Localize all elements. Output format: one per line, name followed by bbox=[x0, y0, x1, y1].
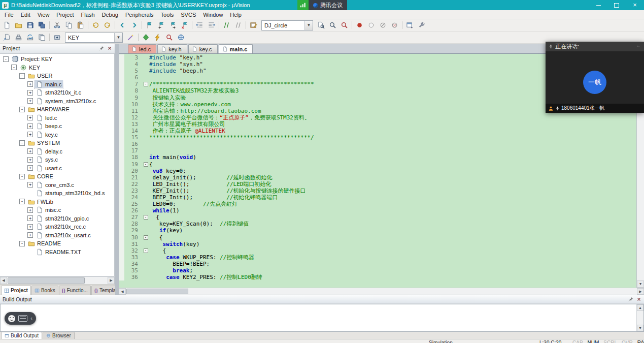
fold-collapse-icon[interactable]: - bbox=[144, 215, 148, 220]
tree-item-delay.c[interactable]: +delay.c bbox=[0, 147, 114, 156]
panel-tab-functio[interactable]: {}Functio... bbox=[59, 286, 91, 295]
menu-edit[interactable]: Edit bbox=[17, 11, 34, 18]
close-button[interactable]: × bbox=[626, 0, 644, 10]
undo-button[interactable] bbox=[90, 20, 101, 30]
screen-share-indicator[interactable]: 腾讯会议 bbox=[297, 0, 347, 10]
comment-selection-button[interactable] bbox=[221, 20, 232, 30]
collapse-icon[interactable]: - bbox=[19, 140, 25, 146]
scroll-left-icon[interactable]: ◀ bbox=[119, 288, 126, 295]
system-viewer-button[interactable] bbox=[175, 33, 187, 43]
pin-button[interactable] bbox=[98, 45, 105, 52]
menu-svcs[interactable]: SVCS bbox=[177, 11, 199, 18]
expand-icon[interactable]: + bbox=[27, 90, 33, 96]
keyboard-icon[interactable] bbox=[18, 315, 27, 322]
paste-button[interactable] bbox=[75, 20, 86, 30]
tree-item-main.c[interactable]: +main.c bbox=[0, 80, 114, 89]
translate-file-button[interactable] bbox=[1, 33, 13, 43]
bookmark-next-button[interactable] bbox=[167, 20, 179, 30]
expand-icon[interactable]: + bbox=[27, 215, 33, 221]
configure-wrench-button[interactable] bbox=[416, 20, 427, 30]
nav-back-button[interactable] bbox=[117, 20, 128, 30]
fold-collapse-icon[interactable]: - bbox=[144, 235, 148, 240]
expand-icon[interactable]: + bbox=[27, 207, 33, 213]
tree-item-readme.txt[interactable]: README.TXT bbox=[0, 248, 114, 257]
breakpoint-insert-button[interactable] bbox=[354, 20, 365, 30]
tree-item-readme[interactable]: -README bbox=[0, 239, 114, 248]
tree-item-key.c[interactable]: +key.c bbox=[0, 131, 114, 139]
menu-view[interactable]: View bbox=[34, 11, 53, 18]
collapse-icon[interactable]: - bbox=[19, 107, 25, 112]
expand-icon[interactable]: + bbox=[27, 232, 33, 238]
expand-icon[interactable]: + bbox=[27, 165, 33, 171]
scroll-right-icon[interactable]: ▶ bbox=[637, 288, 644, 295]
chevron-down-icon[interactable]: ▼ bbox=[304, 21, 313, 30]
editor-tab-key-c[interactable]: key.c bbox=[188, 44, 218, 53]
fold-collapse-icon[interactable]: - bbox=[144, 82, 148, 86]
select-target-combobox[interactable]: KEY ▼ bbox=[65, 33, 123, 43]
debug-windows-button[interactable] bbox=[404, 20, 416, 30]
save-all-button[interactable] bbox=[36, 20, 48, 30]
panel-splitter[interactable] bbox=[115, 44, 119, 295]
breakpoint-kill-all-button[interactable] bbox=[389, 20, 400, 30]
tree-item-core-cm3.c[interactable]: +core_cm3.c bbox=[0, 181, 114, 190]
download-to-flash-button[interactable] bbox=[51, 33, 63, 43]
menu-debug[interactable]: Debug bbox=[98, 11, 122, 18]
find-in-files-button[interactable] bbox=[248, 20, 259, 30]
scroll-right-icon[interactable]: ▶ bbox=[108, 277, 115, 284]
find-text-combobox[interactable]: DJ_circle ▼ bbox=[261, 20, 313, 30]
tree-item-key[interactable]: -KEY bbox=[0, 64, 114, 72]
expand-icon[interactable]: + bbox=[27, 224, 33, 230]
save-button[interactable] bbox=[24, 20, 36, 30]
expand-icon[interactable]: + bbox=[27, 148, 33, 154]
new-doc-button[interactable] bbox=[1, 20, 13, 30]
bookmark-clear-all-button[interactable] bbox=[179, 20, 190, 30]
floating-toolbar[interactable]: ‹ bbox=[5, 312, 36, 325]
tree-item-system-stm32f10x.c[interactable]: +system_stm32f10x.c bbox=[0, 97, 114, 106]
open-folder-button[interactable] bbox=[13, 20, 24, 30]
batch-build-button[interactable] bbox=[36, 33, 48, 43]
meeting-overlay[interactable]: 正在讲话: 一帆 1806014401张一帆 bbox=[546, 42, 644, 113]
incremental-search-button[interactable] bbox=[338, 20, 350, 30]
collapse-icon[interactable]: - bbox=[19, 174, 25, 179]
debug-session-button[interactable] bbox=[163, 33, 175, 43]
menu-flash[interactable]: Flash bbox=[78, 11, 98, 18]
editor-tab-main-c[interactable]: main.c bbox=[219, 44, 253, 53]
expand-icon[interactable]: + bbox=[27, 98, 33, 104]
breakpoint-disable-all-button[interactable] bbox=[377, 20, 389, 30]
copy-button[interactable] bbox=[63, 20, 75, 30]
project-hscrollbar[interactable]: ◀ ▶ bbox=[0, 276, 115, 284]
collapse-icon[interactable]: - bbox=[19, 199, 25, 204]
menu-project[interactable]: Project bbox=[53, 11, 77, 18]
tree-item-misc.c[interactable]: +misc.c bbox=[0, 206, 114, 214]
close-panel-button[interactable] bbox=[635, 296, 642, 303]
menu-window[interactable]: Window bbox=[199, 11, 226, 18]
cut-button[interactable] bbox=[51, 20, 63, 30]
build-output-vscrollbar[interactable]: ▲ ▼ bbox=[636, 304, 643, 331]
panel-tab-project[interactable]: Project bbox=[1, 286, 31, 295]
bookmark-prev-button[interactable] bbox=[155, 20, 167, 30]
collapse-icon[interactable]: - bbox=[19, 241, 25, 246]
editor-tab-led-c[interactable]: led.c bbox=[128, 44, 156, 53]
uncomment-selection-button[interactable] bbox=[232, 20, 244, 30]
build-output-content[interactable]: ‹ ▲ ▼ bbox=[0, 304, 644, 332]
bookmark-toggle-button[interactable] bbox=[144, 20, 155, 30]
fold-collapse-icon[interactable]: - bbox=[144, 248, 148, 253]
tree-item-usart.c[interactable]: +usart.c bbox=[0, 164, 114, 173]
tree-item-led.c[interactable]: +led.c bbox=[0, 114, 114, 122]
tree-item-project-key[interactable]: -Project: KEY bbox=[0, 55, 114, 64]
scrollbar-thumb[interactable] bbox=[8, 277, 85, 284]
scroll-down-icon[interactable]: ▼ bbox=[637, 280, 644, 288]
output-tab-build-output[interactable]: Build Output bbox=[1, 332, 42, 339]
minimize-button[interactable] bbox=[589, 0, 607, 10]
grep-button[interactable] bbox=[327, 20, 338, 30]
panel-tab-books[interactable]: Books bbox=[31, 286, 58, 295]
close-panel-button[interactable] bbox=[106, 45, 113, 52]
expand-icon[interactable]: + bbox=[27, 115, 33, 120]
nav-forward-button[interactable] bbox=[128, 20, 140, 30]
rebuild-all-button[interactable] bbox=[24, 33, 36, 43]
menu-file[interactable]: File bbox=[1, 11, 17, 18]
search-document-button[interactable] bbox=[315, 20, 327, 30]
emoji-icon[interactable] bbox=[8, 315, 15, 322]
tree-item-fwlib[interactable]: -FWLib bbox=[0, 198, 114, 206]
tree-item-core[interactable]: -CORE bbox=[0, 172, 114, 181]
